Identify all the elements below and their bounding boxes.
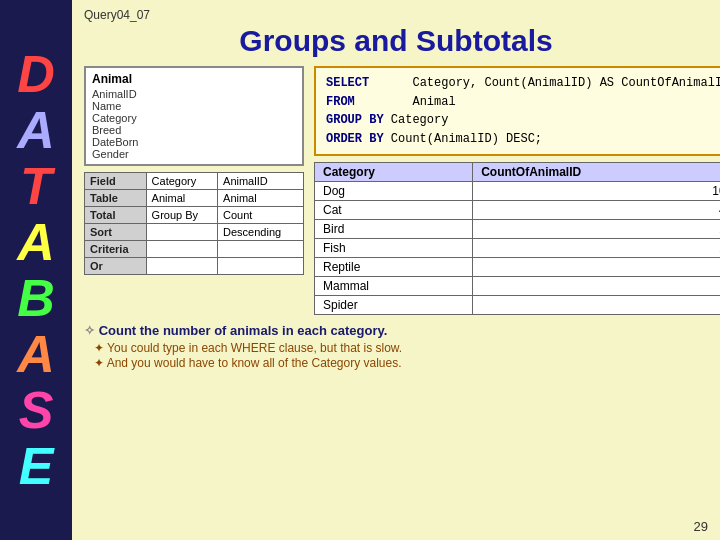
grid-total-count: Count bbox=[218, 207, 304, 224]
field-list-box: Animal AnimalIDNameCategoryBreedDateBorn… bbox=[84, 66, 304, 166]
result-category: Mammal bbox=[315, 277, 473, 296]
row-header-or: Or bbox=[85, 258, 147, 275]
result-category: Spider bbox=[315, 296, 473, 315]
row-header-field: Field bbox=[85, 173, 147, 190]
grid-or-1 bbox=[146, 258, 217, 275]
grid-criteria-2 bbox=[218, 241, 304, 258]
table-row: Reptile6 bbox=[315, 258, 721, 277]
sql-keyword-groupby: GROUP BY bbox=[326, 113, 384, 127]
left-letter-a: A bbox=[17, 216, 55, 268]
table-row: Cat47 bbox=[315, 201, 721, 220]
table-row: Total Group By Count bbox=[85, 207, 304, 224]
grid-total-groupby: Group By bbox=[146, 207, 217, 224]
diamond-icon: ✧ bbox=[84, 323, 95, 338]
sql-orderby-content: Count(AnimalID) DESC; bbox=[391, 132, 542, 146]
page-title: Groups and Subtotals bbox=[84, 24, 708, 58]
table-row: Spider3 bbox=[315, 296, 721, 315]
table-row: Or bbox=[85, 258, 304, 275]
left-letter-a: A bbox=[17, 104, 55, 156]
table-row: Dog100 bbox=[315, 182, 721, 201]
left-letter-e: E bbox=[19, 440, 54, 492]
left-letter-s: S bbox=[19, 384, 54, 436]
sql-groupby-content: Category bbox=[391, 113, 449, 127]
grid-sort-empty bbox=[146, 224, 217, 241]
left-letters-panel: DATABASE bbox=[0, 0, 72, 540]
result-category: Reptile bbox=[315, 258, 473, 277]
main-content: Query04_07 Groups and Subtotals Animal A… bbox=[72, 0, 720, 540]
row-header-table: Table bbox=[85, 190, 147, 207]
bottom-section: ✧ ✧ Count the number of animals in each … bbox=[84, 323, 708, 370]
table-row: Table Animal Animal bbox=[85, 190, 304, 207]
content-area: Animal AnimalIDNameCategoryBreedDateBorn… bbox=[84, 66, 708, 315]
table-row: Fish14 bbox=[315, 239, 721, 258]
grid-sort-descending: Descending bbox=[218, 224, 304, 241]
sql-from-content: Animal bbox=[362, 95, 456, 109]
result-category: Bird bbox=[315, 220, 473, 239]
sql-line-4: ORDER BY Count(AnimalID) DESC; bbox=[326, 130, 720, 149]
result-count: 14 bbox=[473, 239, 720, 258]
result-count: 3 bbox=[473, 296, 720, 315]
table-row: Criteria bbox=[85, 241, 304, 258]
sql-select-content: Category, Count(AnimalID) AS CountOfAnim… bbox=[376, 76, 720, 90]
bullet-icon-1: ✦ bbox=[94, 341, 104, 355]
left-letter-d: D bbox=[17, 48, 55, 100]
result-count: 47 bbox=[473, 201, 720, 220]
field-list-items: AnimalIDNameCategoryBreedDateBornGender bbox=[92, 88, 296, 160]
bullet-icon-2: ✦ bbox=[94, 356, 104, 370]
grid-field-animalid: AnimalID bbox=[218, 173, 304, 190]
row-header-sort: Sort bbox=[85, 224, 147, 241]
left-panel: Animal AnimalIDNameCategoryBreedDateBorn… bbox=[84, 66, 304, 315]
result-category: Fish bbox=[315, 239, 473, 258]
sql-keyword-orderby: ORDER BY bbox=[326, 132, 384, 146]
sql-box: SELECT Category, Count(AnimalID) AS Coun… bbox=[314, 66, 720, 156]
field-list-title: Animal bbox=[92, 72, 296, 86]
grid-table-animal1: Animal bbox=[146, 190, 217, 207]
bottom-main-text: ✧ ✧ Count the number of animals in each … bbox=[84, 323, 708, 338]
bottom-bullet-2: ✦ And you would have to know all of the … bbox=[94, 356, 708, 370]
result-count: 6 bbox=[473, 258, 720, 277]
result-count: 15 bbox=[473, 220, 720, 239]
row-header-total: Total bbox=[85, 207, 147, 224]
bottom-bullet-1: ✦ You could type in each WHERE clause, b… bbox=[94, 341, 708, 355]
sql-line-1: SELECT Category, Count(AnimalID) AS Coun… bbox=[326, 74, 720, 93]
left-letter-a: A bbox=[17, 328, 55, 380]
result-count: 6 bbox=[473, 277, 720, 296]
results-col-count: CountOfAnimalID bbox=[473, 163, 720, 182]
result-category: Dog bbox=[315, 182, 473, 201]
grid-criteria-1 bbox=[146, 241, 217, 258]
results-col-category: Category bbox=[315, 163, 473, 182]
table-row: Sort Descending bbox=[85, 224, 304, 241]
grid-or-2 bbox=[218, 258, 304, 275]
sql-keyword-from: FROM bbox=[326, 95, 355, 109]
left-letter-t: T bbox=[20, 160, 52, 212]
page-number: 29 bbox=[694, 519, 708, 534]
grid-field-category: Category bbox=[146, 173, 217, 190]
results-table: Category CountOfAnimalID Dog100Cat47Bird… bbox=[314, 162, 720, 315]
result-category: Cat bbox=[315, 201, 473, 220]
row-header-criteria: Criteria bbox=[85, 241, 147, 258]
query-grid: Field Category AnimalID Table Animal Ani… bbox=[84, 172, 304, 275]
left-letter-b: B bbox=[17, 272, 55, 324]
sql-line-2: FROM Animal bbox=[326, 93, 720, 112]
table-row: Bird15 bbox=[315, 220, 721, 239]
results-header-row: Category CountOfAnimalID bbox=[315, 163, 721, 182]
grid-table-animal2: Animal bbox=[218, 190, 304, 207]
sql-keyword-select: SELECT bbox=[326, 76, 369, 90]
sql-line-3: GROUP BY Category bbox=[326, 111, 720, 130]
query-label: Query04_07 bbox=[84, 8, 708, 22]
table-row: Mammal6 bbox=[315, 277, 721, 296]
result-count: 100 bbox=[473, 182, 720, 201]
table-row: Field Category AnimalID bbox=[85, 173, 304, 190]
right-panel: SELECT Category, Count(AnimalID) AS Coun… bbox=[314, 66, 720, 315]
